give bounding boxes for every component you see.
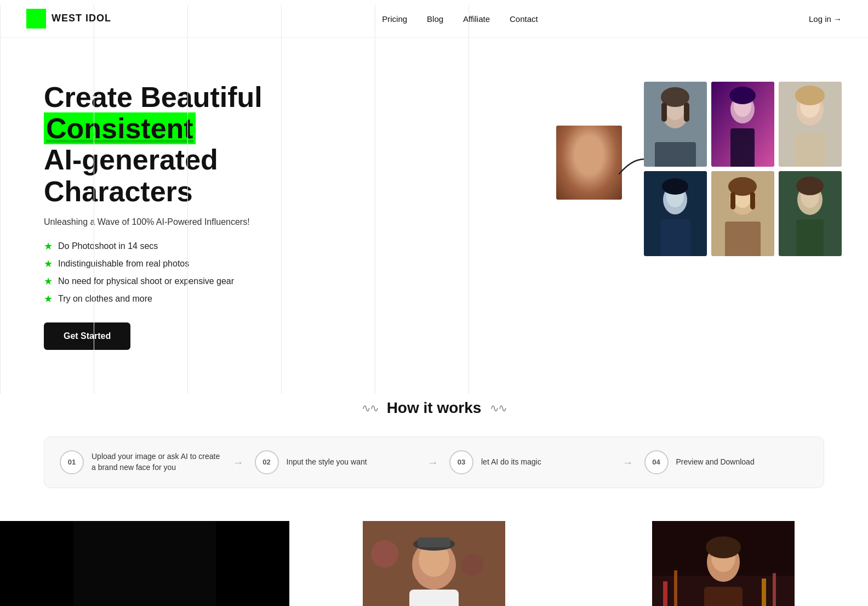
- how-it-works-section: ∿∿ How it works ∿∿ 01 Upload your image …: [0, 372, 868, 510]
- result-img-4: [644, 171, 707, 256]
- feature-item-3: ★ No need for physical shoot or expensiv…: [44, 275, 373, 287]
- star-icon-1: ★: [44, 240, 53, 252]
- svg-rect-14: [655, 142, 696, 167]
- star-icon-4: ★: [44, 293, 53, 305]
- feature-item-1: ★ Do Photoshoot in 14 secs: [44, 240, 373, 252]
- nav-links: Pricing Blog Affiliate Contact: [382, 14, 538, 24]
- nav-blog[interactable]: Blog: [427, 14, 443, 24]
- login-button[interactable]: Log in →: [809, 14, 842, 24]
- logo[interactable]: WEST IDOL: [26, 9, 111, 29]
- squiggle-left: ∿∿: [362, 401, 378, 415]
- step-4: 04 Preview and Download: [629, 437, 824, 488]
- svg-point-1: [573, 137, 606, 175]
- step-text-3: let AI do its magic: [481, 457, 541, 468]
- star-icon-3: ★: [44, 275, 53, 287]
- svg-rect-5: [600, 145, 607, 169]
- svg-rect-58: [674, 570, 677, 606]
- svg-point-63: [706, 536, 741, 558]
- feature-text-4: Try on clothes and more: [58, 294, 152, 304]
- step-text-2: Input the style you want: [287, 457, 367, 468]
- svg-rect-0: [556, 126, 622, 200]
- squiggle-right: ∿∿: [490, 401, 506, 415]
- steps-row: 01 Upload your image or ask AI to create…: [44, 437, 824, 488]
- nav-affiliate[interactable]: Affiliate: [463, 14, 490, 24]
- gallery-item-photo-2: [579, 521, 868, 606]
- svg-rect-59: [762, 579, 766, 606]
- hero-content: Create Beautiful Consistent AI-generated…: [44, 71, 373, 350]
- result-img-5: [711, 171, 774, 256]
- feature-text-2: Indistinguishable from real photos: [58, 259, 189, 269]
- svg-rect-36: [730, 192, 735, 209]
- star-icon-2: ★: [44, 258, 53, 270]
- svg-rect-38: [725, 222, 761, 256]
- svg-rect-19: [730, 128, 755, 167]
- feature-text-3: No need for physical shoot or expensive …: [58, 276, 234, 286]
- svg-point-43: [796, 177, 824, 195]
- svg-point-30: [662, 178, 688, 195]
- svg-rect-44: [796, 219, 824, 256]
- step-num-4: 04: [644, 450, 669, 474]
- nav-contact[interactable]: Contact: [510, 14, 538, 24]
- how-title-wrap: ∿∿ How it works ∿∿: [44, 399, 824, 417]
- result-image-grid: [644, 82, 842, 256]
- navbar: WEST IDOL Pricing Blog Affiliate Contact…: [0, 0, 868, 38]
- svg-point-24: [795, 86, 825, 105]
- svg-point-20: [729, 87, 756, 104]
- svg-rect-31: [660, 219, 690, 256]
- svg-point-2: [577, 138, 601, 168]
- hero-title: Create Beautiful Consistent AI-generated…: [44, 82, 373, 207]
- result-img-3: [779, 82, 842, 167]
- svg-rect-60: [773, 573, 776, 606]
- svg-rect-25: [795, 134, 825, 167]
- svg-rect-64: [704, 587, 743, 606]
- step-1: 01 Upload your image or ask AI to create…: [44, 437, 239, 488]
- svg-point-48: [371, 540, 398, 568]
- logo-icon: [26, 9, 46, 29]
- feature-text-1: Do Photoshoot in 14 secs: [58, 241, 158, 251]
- brand-name: WEST IDOL: [52, 13, 111, 24]
- svg-rect-57: [663, 581, 667, 606]
- result-img-2: [711, 82, 774, 167]
- step-3: 03 let AI do its magic: [434, 437, 629, 488]
- hero-subtitle: Unleashing a Wave of 100% AI-Powered Inf…: [44, 217, 373, 227]
- feature-item-4: ★ Try on clothes and more: [44, 293, 373, 305]
- result-img-6: [779, 171, 842, 256]
- svg-rect-4: [572, 145, 578, 167]
- source-photo: [556, 126, 622, 200]
- gallery-item-dark: [0, 521, 289, 606]
- svg-rect-53: [418, 537, 450, 547]
- step-num-2: 02: [255, 450, 279, 474]
- svg-rect-13: [684, 103, 689, 122]
- svg-rect-37: [750, 192, 755, 209]
- svg-rect-45: [73, 521, 216, 606]
- result-img-1: [644, 82, 707, 167]
- step-text-1: Upload your image or ask AI to create a …: [92, 451, 224, 473]
- feature-item-2: ★ Indistinguishable from real photos: [44, 258, 373, 270]
- hero-title-rest: AI-generated Characters: [44, 144, 218, 207]
- svg-point-6: [567, 175, 611, 200]
- svg-rect-12: [661, 103, 667, 122]
- hero-title-highlight: Consistent: [44, 112, 196, 144]
- hero-images: [373, 71, 842, 256]
- feature-list: ★ Do Photoshoot in 14 secs ★ Indistingui…: [44, 240, 373, 305]
- get-started-button[interactable]: Get Started: [44, 322, 130, 350]
- hero-section: Create Beautiful Consistent AI-generated…: [0, 38, 868, 372]
- hero-title-plain: Create Beautiful: [44, 81, 262, 113]
- source-image-container: [556, 126, 622, 200]
- svg-point-3: [572, 131, 607, 153]
- how-title: How it works: [387, 399, 482, 417]
- gallery-item-photo-1: [289, 521, 579, 606]
- svg-rect-54: [409, 590, 459, 606]
- step-text-4: Preview and Download: [676, 457, 755, 468]
- svg-point-49: [461, 554, 483, 576]
- nav-pricing[interactable]: Pricing: [382, 14, 407, 24]
- step-num-3: 03: [449, 450, 473, 474]
- gallery-section: [0, 510, 868, 606]
- step-num-1: 01: [60, 450, 84, 474]
- step-2: 02 Input the style you want: [239, 437, 435, 488]
